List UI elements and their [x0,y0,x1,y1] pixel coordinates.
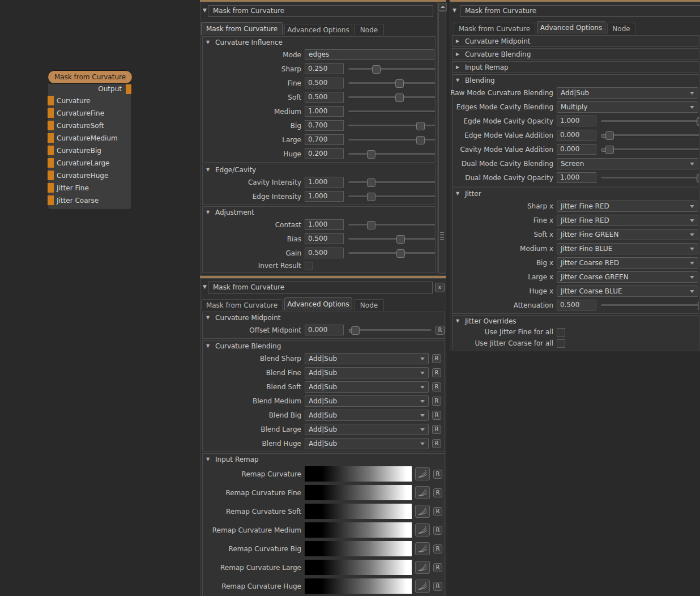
cavity-mode-value-addition-slider[interactable] [601,142,699,156]
large-x-select[interactable]: Jitter Coarse GREEN [557,271,698,283]
huge-value[interactable]: 0.200 [305,148,344,159]
remap-curvature-soft-gradient[interactable] [305,504,412,519]
output-port[interactable] [126,84,131,94]
node-title[interactable]: Mask from Curvature [48,70,133,84]
section-header-curvature-blending[interactable]: ▶Curvature Blending [453,49,699,59]
slider-handle[interactable] [396,249,405,258]
offset-midpoint-value[interactable]: 0.000 [305,325,344,335]
contast-slider[interactable] [348,218,435,232]
gain-slider[interactable] [348,246,435,260]
blend-fine-select[interactable]: Add|Sub [305,367,429,378]
slider-handle[interactable] [605,131,614,140]
big-x-select[interactable]: Jitter Coarse RED [557,257,698,269]
slider-track[interactable] [348,68,435,70]
section-header-input-remap[interactable]: ▼Input Remap [203,454,445,465]
blend-big-select[interactable]: Add|Sub [305,410,429,421]
soft-slider[interactable] [348,90,435,104]
input-port-jitter-fine[interactable] [48,183,54,193]
input-port-curvaturelarge[interactable] [48,158,54,168]
slider-handle[interactable] [396,235,405,244]
cavity-intensity-slider[interactable] [348,175,435,189]
blend-sharp-select[interactable]: Add|Sub [305,353,429,364]
section-header-curvature-influence[interactable]: ▼Curvature Influence [203,37,435,48]
reset-button[interactable]: R [432,411,441,420]
tab-mask-from-curvature[interactable]: Mask from Curvature [454,23,535,34]
use-jitter-coarse-for-all-checkbox[interactable] [557,339,565,348]
cavity-intensity-value[interactable]: 1.000 [305,177,344,188]
reset-button[interactable]: R [433,563,442,572]
input-port-curvature[interactable] [48,96,54,105]
section-header-blending[interactable]: ▼Blending [453,75,699,86]
egde-mode-cavity-opacity-slider[interactable] [601,114,699,128]
egde-mode-cavity-opacity-value[interactable]: 1.000 [557,116,596,126]
fine-value[interactable]: 0.500 [305,78,344,88]
reset-button[interactable]: R [432,368,441,377]
panel-collapse-icon[interactable]: ▼ [453,7,456,13]
mask-from-curvature-node[interactable]: Output CurvatureCurvatureFineCurvatureSo… [48,84,131,209]
big-slider[interactable] [348,118,435,133]
slider-handle[interactable] [351,326,360,335]
reset-button[interactable]: R [433,582,442,591]
blend-medium-select[interactable]: Add|Sub [305,395,429,407]
slider-track[interactable] [348,252,435,254]
use-jitter-fine-for-all-checkbox[interactable] [557,328,565,337]
slider-handle[interactable] [605,146,614,154]
tab-mask-from-curvature[interactable]: Mask from Curvature [201,22,283,35]
scroll-up-button[interactable] [438,3,447,11]
reset-button[interactable]: R [432,425,441,434]
slider-track[interactable] [348,110,435,113]
reset-button[interactable]: R [433,526,442,535]
close-button[interactable]: x [435,283,445,292]
tab-advanced-options[interactable]: Advanced Options [537,21,605,34]
slider-handle[interactable] [395,79,404,88]
huge-x-select[interactable]: Jitter Coarse BLUE [557,286,698,297]
medium-slider[interactable] [348,104,435,118]
soft-value[interactable]: 0.500 [305,92,344,103]
medium-x-select[interactable]: Jitter Fine BLUE [557,243,698,254]
cavity-mode-value-addition-value[interactable]: 0.000 [557,144,596,155]
input-port-curvaturemedium[interactable] [48,133,54,143]
slider-handle[interactable] [372,65,381,74]
curve-editor-button[interactable] [415,561,430,574]
remap-curvature-big-gradient[interactable] [305,541,412,556]
fine-x-select[interactable]: Jitter Fine RED [557,215,698,226]
raw-mode-curvature-blending-select[interactable]: Add|Sub [557,87,698,99]
slider-track[interactable] [348,82,435,84]
reset-button[interactable]: R [433,544,442,554]
reset-button[interactable]: R [432,397,441,406]
sharp-value[interactable]: 0.250 [305,63,344,74]
fine-slider[interactable] [348,76,435,90]
edge-mode-value-addition-value[interactable]: 0.000 [557,130,596,141]
reset-button[interactable]: R [432,382,441,391]
slider-track[interactable] [348,238,435,240]
edge-intensity-slider[interactable] [348,189,435,203]
slider-track[interactable] [348,224,435,226]
slider-track[interactable] [348,96,435,99]
panel-collapse-icon[interactable]: ▼ [203,284,207,290]
slider-track[interactable] [348,153,435,155]
slider-track[interactable] [348,329,432,331]
slider-handle[interactable] [698,301,699,310]
panel-collapse-icon[interactable]: ▼ [203,7,207,13]
reset-button[interactable]: R [432,439,441,448]
slider-handle[interactable] [367,150,375,159]
tab-node[interactable]: Node [354,299,384,310]
section-header-curvature-midpoint[interactable]: ▶Curvature Midpoint [453,36,699,46]
slider-handle[interactable] [367,178,375,187]
contast-value[interactable]: 1.000 [305,219,344,230]
blend-large-select[interactable]: Add|Sub [305,424,429,435]
slider-track[interactable] [601,148,699,151]
large-slider[interactable] [348,133,435,147]
reset-button[interactable]: R [432,354,441,363]
slider-handle[interactable] [367,221,375,229]
dual-mode-cavity-opacity-value[interactable]: 1.000 [557,172,596,183]
soft-x-select[interactable]: Jitter Fine GREEN [557,229,698,240]
dual-mode-cavity-opacity-slider[interactable] [601,171,699,185]
remap-curvature-gradient[interactable] [305,466,412,482]
input-port-jitter-coarse[interactable] [48,195,54,205]
slider-track[interactable] [601,120,699,122]
edges-mode-cavity-blending-select[interactable]: Multiply [557,101,698,113]
section-header-curvature-blending[interactable]: ▼Curvature Blending [203,340,445,351]
curve-editor-button[interactable] [415,486,430,499]
slider-track[interactable] [601,177,699,179]
